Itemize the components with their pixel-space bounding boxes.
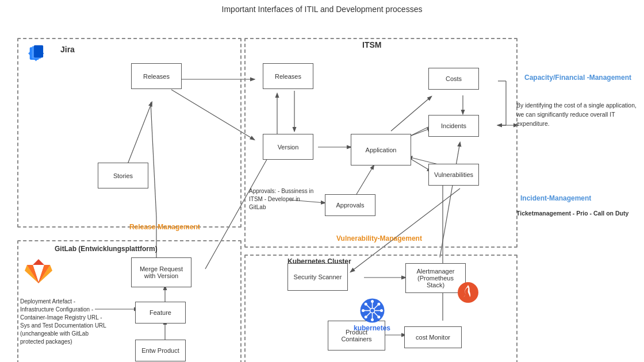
capacity-desc: By identifying the cost of a single appl… (516, 101, 637, 128)
kubernetes-logo (359, 298, 385, 326)
itsm-version-box: Version (263, 134, 313, 160)
svg-point-40 (370, 309, 375, 313)
svg-point-48 (365, 315, 367, 318)
itsm-costs-box: Costs (428, 68, 479, 90)
capacity-label: Capacity/Financial -Management (520, 74, 635, 83)
release-mgmt-label: Release-Management (129, 223, 200, 231)
itsm-incidents-box: Incidents (428, 115, 479, 137)
svg-point-43 (362, 309, 365, 312)
gitlab-label: GitLab (Entwicklungsplattform) (55, 245, 158, 253)
k8s-security-box: Security Scanner (288, 263, 348, 291)
vulnerability-mgmt-label: Vulnerability-Management (336, 234, 422, 242)
kubernetes-text-label: kubernetes (354, 324, 390, 332)
itsm-label: ITSM (362, 40, 381, 49)
incident-label: Incident-Management (520, 194, 635, 202)
jira-releases-box: Releases (131, 63, 182, 89)
approvals-text: Approvals: - Bussiness in ITSM - Develop… (249, 187, 318, 211)
itsm-vulnerabilities-box: Vulnerabilities (428, 164, 479, 186)
jira-logo (23, 44, 49, 72)
itsm-application-box: Application (351, 134, 411, 165)
k8s-cost-box: cost Monitor (404, 326, 462, 348)
gitlab-logo (24, 255, 53, 286)
itsm-approvals-box: Approvals (325, 194, 375, 216)
gitlab-feature-box: Feature (135, 302, 186, 324)
itsm-releases-box: Releases (263, 63, 313, 89)
svg-rect-34 (34, 45, 43, 58)
svg-point-41 (371, 300, 374, 303)
incident-desc: Ticketmanagement - Prio - Call on Duty (516, 209, 637, 218)
jira-label: Jira (60, 45, 75, 54)
jira-region (17, 38, 241, 228)
svg-point-45 (365, 303, 367, 306)
deployment-text: Deployment Artefact - Infrastructure Con… (20, 298, 109, 346)
main-title: Important Interfaces of ITIL and Develop… (0, 0, 644, 16)
svg-point-46 (377, 315, 380, 318)
svg-point-47 (377, 303, 380, 306)
gitlab-entwproduct-box: Entw Product (135, 340, 186, 361)
gitlab-merge-box: Merge Request with Version (131, 257, 191, 287)
prometheus-logo (457, 282, 479, 306)
svg-point-44 (380, 309, 383, 312)
jira-stories-box: Stories (98, 163, 148, 188)
svg-point-42 (371, 318, 374, 321)
